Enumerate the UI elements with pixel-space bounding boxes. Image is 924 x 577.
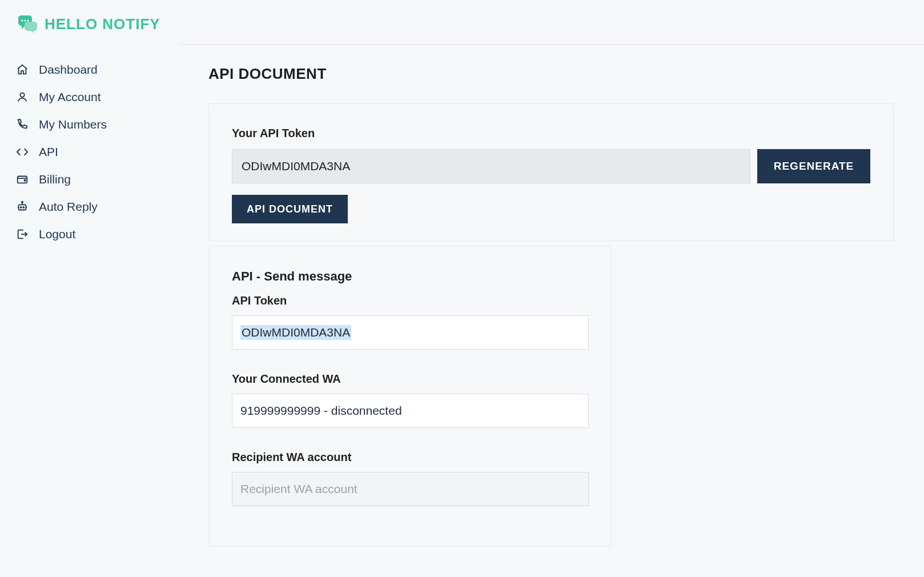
svg-marker-6 <box>30 30 34 33</box>
sidebar: HELLO NOTIFY Dashboard My Account My Num… <box>0 0 180 577</box>
svg-point-9 <box>24 180 25 181</box>
phone-icon <box>16 118 29 131</box>
sidebar-item-logout[interactable]: Logout <box>0 221 180 248</box>
send-message-title: API - Send message <box>232 269 588 284</box>
svg-point-11 <box>22 202 23 203</box>
recipient-label: Recipient WA account <box>232 451 588 464</box>
connected-wa-value: 919999999999 - disconnected <box>240 404 402 418</box>
regenerate-button[interactable]: REGENERATE <box>757 149 870 183</box>
main-content: API DOCUMENT Your API Token REGENERATE A… <box>180 0 924 577</box>
svg-point-12 <box>21 207 22 208</box>
sidebar-item-api[interactable]: API <box>0 138 180 166</box>
logout-icon <box>16 228 29 241</box>
connected-wa-select[interactable]: 919999999999 - disconnected <box>232 394 589 428</box>
user-icon <box>16 91 29 103</box>
sidebar-item-auto-reply[interactable]: Auto Reply <box>0 193 180 221</box>
send-api-token-value: ODIwMDI0MDA3NA <box>240 325 351 340</box>
home-icon <box>16 63 29 76</box>
api-token-field[interactable] <box>232 149 750 183</box>
api-document-button[interactable]: API DOCUMENT <box>232 195 348 223</box>
recipient-input[interactable] <box>232 472 589 506</box>
svg-point-7 <box>20 93 24 97</box>
sidebar-item-label: My Numbers <box>39 118 107 131</box>
sidebar-item-label: My Account <box>39 90 101 104</box>
svg-point-13 <box>23 207 24 208</box>
sidebar-item-my-account[interactable]: My Account <box>0 83 180 111</box>
svg-rect-5 <box>25 22 37 31</box>
wallet-icon <box>16 173 29 186</box>
sidebar-item-billing[interactable]: Billing <box>0 166 180 193</box>
sidebar-item-label: Logout <box>39 227 75 241</box>
brand-name: HELLO NOTIFY <box>45 15 160 33</box>
send-message-card: API - Send message API Token ODIwMDI0MDA… <box>208 246 612 547</box>
logo: HELLO NOTIFY <box>0 13 180 56</box>
svg-point-3 <box>27 19 29 21</box>
top-bar <box>180 0 924 45</box>
sidebar-item-label: Auto Reply <box>39 200 98 214</box>
svg-rect-10 <box>19 205 26 210</box>
sidebar-item-dashboard[interactable]: Dashboard <box>0 56 180 83</box>
connected-wa-label: Your Connected WA <box>232 372 588 386</box>
sidebar-nav: Dashboard My Account My Numbers API <box>0 56 180 248</box>
sidebar-item-label: API <box>39 145 58 159</box>
api-token-card: Your API Token REGENERATE API DOCUMENT <box>208 103 894 241</box>
svg-point-1 <box>21 19 23 21</box>
api-token-label: Your API Token <box>232 127 870 140</box>
sidebar-item-label: Dashboard <box>39 63 98 77</box>
code-icon <box>16 146 29 158</box>
send-api-token-label: API Token <box>232 294 588 307</box>
svg-point-2 <box>24 19 26 21</box>
chat-bubbles-icon <box>16 13 39 35</box>
page-title: API DOCUMENT <box>208 65 924 83</box>
send-api-token-field[interactable]: ODIwMDI0MDA3NA <box>232 315 589 350</box>
bot-icon <box>16 201 29 213</box>
sidebar-item-label: Billing <box>39 173 71 186</box>
sidebar-item-my-numbers[interactable]: My Numbers <box>0 111 180 138</box>
